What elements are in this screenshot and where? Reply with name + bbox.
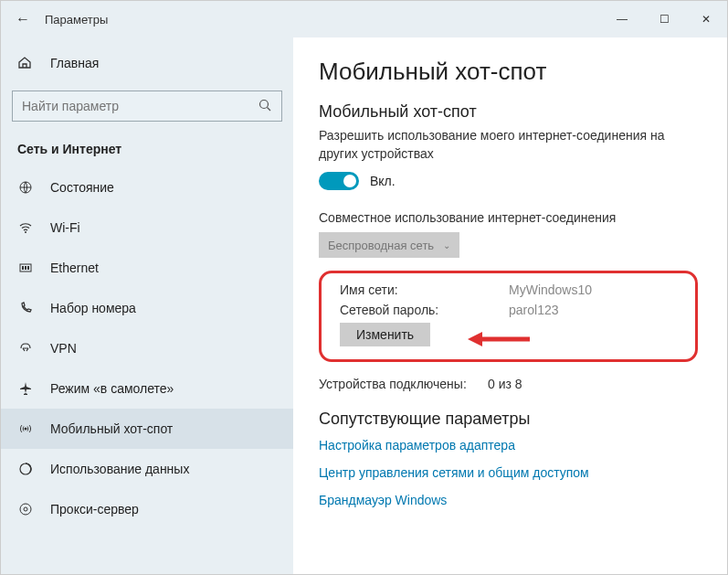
network-password-value: parol123 — [509, 303, 559, 317]
nav-label: Мобильный хот-спот — [50, 421, 173, 436]
settings-window: ← Параметры — ☐ ✕ Главная Сеть и Интерне… — [0, 0, 728, 575]
svg-point-3 — [25, 231, 26, 233]
close-button[interactable]: ✕ — [685, 1, 727, 37]
svg-marker-13 — [468, 332, 482, 346]
nav-label: Ethernet — [50, 261, 99, 275]
section-desc: Разрешить использование моего интернет-с… — [319, 127, 698, 163]
page-title: Мобильный хот-спот — [319, 58, 698, 86]
nav-label: Набор номера — [50, 301, 136, 315]
devices-value: 0 из 8 — [488, 377, 522, 391]
airplane-icon — [17, 381, 34, 396]
nav-label: Использование данных — [50, 462, 189, 476]
back-button[interactable]: ← — [1, 11, 45, 27]
nav-item-status[interactable]: Состояние — [1, 167, 293, 208]
search-box[interactable] — [12, 91, 282, 122]
sidebar: Главная Сеть и Интернет Состояние Wi — [1, 37, 293, 574]
toggle-state-label: Вкл. — [370, 174, 396, 188]
nav-item-datausage[interactable]: Использование данных — [1, 449, 293, 489]
globe-icon — [17, 180, 34, 195]
proxy-icon — [17, 502, 34, 516]
svg-rect-7 — [27, 266, 29, 270]
network-name-row: Имя сети: MyWindows10 — [340, 282, 677, 297]
share-connection-dropdown[interactable]: Беспроводная сеть ⌄ — [319, 232, 459, 258]
network-name-label: Имя сети: — [340, 282, 509, 297]
nav-item-ethernet[interactable]: Ethernet — [1, 248, 293, 288]
chevron-down-icon: ⌄ — [443, 240, 450, 250]
svg-rect-5 — [22, 266, 24, 270]
link-firewall[interactable]: Брандмауэр Windows — [319, 493, 698, 507]
share-label: Совместное использование интернет-соедин… — [319, 210, 698, 225]
svg-point-8 — [25, 428, 27, 431]
data-usage-icon — [17, 462, 34, 476]
network-password-label: Сетевой пароль: — [340, 303, 509, 317]
svg-rect-6 — [25, 266, 26, 270]
link-network-center[interactable]: Центр управления сетями и общим доступом — [319, 465, 698, 480]
dropdown-value: Беспроводная сеть — [328, 239, 434, 252]
network-password-row: Сетевой пароль: parol123 — [340, 303, 677, 317]
devices-label: Устройства подключены: — [319, 377, 488, 391]
nav-item-proxy[interactable]: Прокси-сервер — [1, 489, 293, 529]
toggle-knob — [343, 175, 356, 187]
svg-point-11 — [24, 507, 27, 511]
nav-label: Режим «в самолете» — [50, 381, 174, 396]
minimize-button[interactable]: — — [601, 1, 643, 37]
maximize-button[interactable]: ☐ — [643, 1, 685, 37]
nav-label: Wi-Fi — [50, 220, 80, 235]
svg-line-1 — [268, 107, 271, 111]
nav-item-dialup[interactable]: Набор номера — [1, 288, 293, 328]
link-adapter-settings[interactable]: Настройка параметров адаптера — [319, 438, 698, 453]
section-title: Мобильный хот-спот — [319, 102, 698, 122]
vpn-icon — [17, 341, 34, 356]
hotspot-toggle[interactable] — [319, 172, 359, 190]
nav-item-wifi[interactable]: Wi-Fi — [1, 208, 293, 248]
nav-label: VPN — [50, 341, 77, 356]
search-icon — [258, 98, 272, 115]
home-nav[interactable]: Главная — [1, 45, 293, 81]
search-input[interactable] — [22, 99, 258, 113]
main-content: Мобильный хот-спот Мобильный хот-спот Ра… — [293, 37, 727, 574]
devices-row: Устройства подключены: 0 из 8 — [319, 377, 698, 391]
home-label: Главная — [50, 56, 99, 70]
annotation-arrow — [468, 328, 532, 350]
highlighted-box: Имя сети: MyWindows10 Сетевой пароль: pa… — [319, 271, 698, 362]
phone-icon — [17, 301, 34, 315]
svg-point-10 — [20, 504, 31, 515]
svg-point-0 — [260, 100, 269, 108]
network-name-value: MyWindows10 — [509, 282, 592, 297]
hotspot-toggle-row: Вкл. — [319, 172, 698, 190]
nav-label: Состояние — [50, 180, 114, 195]
wifi-icon — [17, 220, 34, 235]
related-title: Сопутствующие параметры — [319, 410, 698, 429]
nav-item-hotspot[interactable]: Мобильный хот-спот — [1, 409, 293, 449]
nav-label: Прокси-сервер — [50, 502, 139, 516]
hotspot-icon — [17, 421, 34, 436]
ethernet-icon — [17, 261, 34, 275]
window-title: Параметры — [45, 13, 108, 27]
edit-button[interactable]: Изменить — [340, 323, 430, 346]
window-controls: — ☐ ✕ — [601, 1, 727, 37]
home-icon — [17, 55, 34, 72]
category-header: Сеть и Интернет — [1, 134, 293, 167]
body: Главная Сеть и Интернет Состояние Wi — [1, 37, 727, 574]
nav-item-vpn[interactable]: VPN — [1, 328, 293, 368]
titlebar: ← Параметры — ☐ ✕ — [1, 1, 727, 37]
nav-item-airplane[interactable]: Режим «в самолете» — [1, 368, 293, 409]
